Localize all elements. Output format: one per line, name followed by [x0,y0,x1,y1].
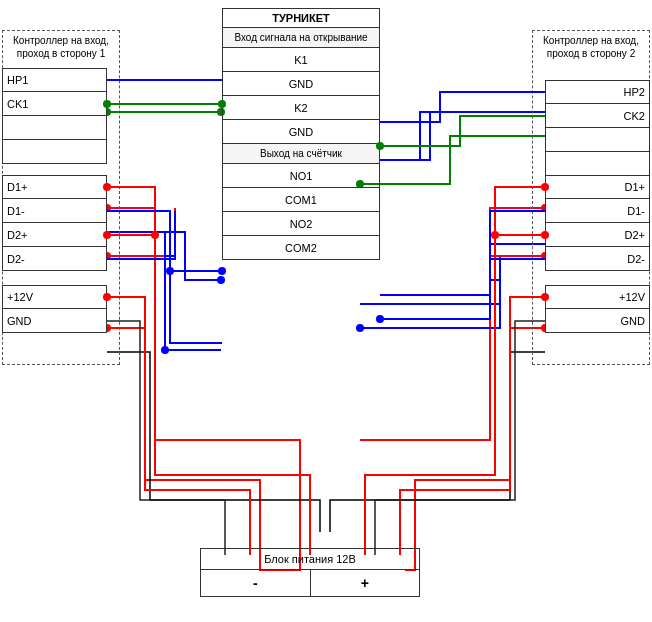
turnstile-k2: K2 [223,95,379,119]
right-row-empty1 [545,128,650,152]
left-row-empty1 [2,116,107,140]
turnstile-box: ТУРНИКЕТ Вход сигнала на открывание K1 G… [222,8,380,260]
left-row-d2plus: D2+ [2,223,107,247]
turnstile-title: ТУРНИКЕТ [223,9,379,28]
right-controller-label: Контроллер на вход, проход в сторону 2 [534,32,648,62]
left-row-gnd: GND [2,309,107,333]
right-row-d1minus: D1- [545,199,650,223]
svg-point-22 [218,267,226,275]
power-negative: - [201,570,311,596]
svg-point-30 [166,267,174,275]
right-row-ck2: CK2 [545,104,650,128]
power-supply-title: Блок питания 12В [201,549,419,570]
left-row-d1minus: D1- [2,199,107,223]
svg-point-6 [217,276,225,284]
turnstile-output-label: Выход на счётчик [223,143,379,163]
right-row-d2plus: D2+ [545,223,650,247]
left-row-d1plus: D1+ [2,175,107,199]
left-controller-label: Контроллер на вход, проход в сторону 1 [4,32,118,62]
right-row-d1plus: D1+ [545,175,650,199]
left-row-empty2 [2,140,107,164]
turnstile-com2: COM2 [223,235,379,259]
right-row-gnd: GND [545,309,650,333]
svg-point-27 [376,315,384,323]
right-row-d2minus: D2- [545,247,650,271]
diagram: Контроллер на вход, проход в сторону 1 H… [0,0,652,622]
svg-point-21 [151,231,159,239]
right-row-empty2 [545,152,650,176]
left-row-d2minus: D2- [2,247,107,271]
turnstile-input-label: Вход сигнала на открывание [223,28,379,47]
power-positive: + [311,570,420,596]
turnstile-gnd2: GND [223,119,379,143]
right-row-12v: +12V [545,285,650,309]
turnstile-gnd1: GND [223,71,379,95]
right-row-hp2: HP2 [545,80,650,104]
power-terminals: - + [201,570,419,596]
svg-point-26 [491,231,499,239]
left-row-ck1: CK1 [2,92,107,116]
turnstile-no1: NO1 [223,163,379,187]
turnstile-com1: COM1 [223,187,379,211]
svg-point-7 [356,324,364,332]
turnstile-no2: NO2 [223,211,379,235]
power-supply-box: Блок питания 12В - + [200,548,420,597]
left-row-12v: +12V [2,285,107,309]
left-row-hp1: HP1 [2,68,107,92]
turnstile-k1: K1 [223,47,379,71]
svg-point-12 [161,346,169,354]
